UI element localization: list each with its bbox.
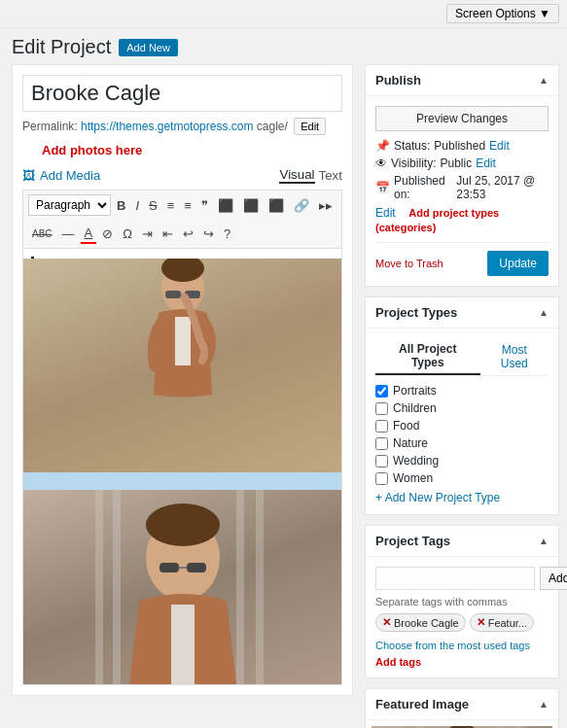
ol-button[interactable]: ≡ [180,196,195,215]
featured-chip-label: Featur... [488,617,527,629]
visibility-edit-link[interactable]: Edit [476,156,496,170]
svg-rect-8 [187,563,206,572]
tag-chip-featured: ✕ Featur... [470,613,534,632]
tab-all-project-types[interactable]: All Project Types [375,338,480,375]
italic-button[interactable]: I [131,196,143,215]
view-tabs: Visual Text [279,167,342,184]
eye-icon: 👁 [375,156,387,170]
portraits-label: Portraits [393,384,437,398]
women-label: Women [393,471,433,485]
add-new-project-type-link[interactable]: + Add New Project Type [375,491,549,504]
add-photos-annotation: Add photos here [42,143,142,157]
featured-chip-remove-icon[interactable]: ✕ [477,616,485,629]
wedding-label: Wedding [393,454,439,468]
update-button[interactable]: Update [487,251,549,276]
checkbox-children: Children [375,401,549,415]
strikethrough-button[interactable]: S [145,196,161,215]
more-button[interactable]: ▸▸ [315,196,337,215]
screen-options-bar: Screen Options ▼ [0,0,567,28]
published-label: Published on: [394,174,452,201]
paragraph-select[interactable]: Paragraph [28,194,111,216]
ul-button[interactable]: ≡ [163,196,179,215]
tab-most-used[interactable]: Most Used [480,338,549,375]
svg-rect-14 [236,490,244,684]
editor-toolbar-row1: Paragraph B I S ≡ ≡ ❞ ⬛ ⬛ ⬛ 🔗 ▸▸ [22,190,342,220]
add-media-label: Add Media [40,168,100,183]
permalink-row: Permalink: https://themes.getmotopress.c… [22,118,342,135]
tab-text[interactable]: Text [319,167,342,184]
project-types-list: Portraits Children Food Nature [375,384,549,485]
project-types-body: All Project Types Most Used Portraits Ch… [366,329,558,514]
help-button[interactable]: ? [220,225,234,243]
project-types-toggle-icon: ▲ [539,307,549,318]
project-tags-body: Add Separate tags with commas ✕ Brooke C… [366,557,558,677]
tag-input-row: Add [375,567,549,590]
strikethrough2-button[interactable]: ABC [28,226,56,241]
editor-area[interactable] [22,248,342,685]
align-left-button[interactable]: ⬛ [214,196,237,215]
tag-chips: ✕ Brooke Cagle ✕ Featur... [375,613,549,632]
permalink-url[interactable]: https://themes.getmotopress.com [81,120,253,133]
add-media-bar: 🖼 Add Media Visual Text [22,167,342,184]
text-color-button[interactable]: A [81,224,97,244]
post-title-box: Permalink: https://themes.getmotopress.c… [12,64,353,696]
featured-image-header[interactable]: Featured Image ▲ [366,689,558,720]
post-title-input[interactable] [22,75,342,112]
brooke-chip-label: Brooke Cagle [394,617,459,629]
date-row: 📅 Published on: Jul 25, 2017 @ 23:53 [375,174,549,201]
nature-checkbox[interactable] [375,437,388,450]
publish-title: Publish [375,73,421,87]
brooke-chip-remove-icon[interactable]: ✕ [382,616,391,629]
screen-options-button[interactable]: Screen Options ▼ [446,4,559,23]
nature-label: Nature [393,436,428,450]
visibility-label: Visibility: [391,156,436,170]
publish-body: Preview Changes 📌 Status: Published Edit… [366,96,558,286]
bold-button[interactable]: B [113,196,129,215]
date-edit-link[interactable]: Edit [375,206,396,220]
svg-rect-13 [113,490,121,684]
tag-input[interactable] [375,567,535,590]
add-new-button[interactable]: Add New [119,39,178,56]
food-checkbox[interactable] [375,420,388,433]
status-label: Status: [394,139,430,153]
undo-button[interactable]: ↩ [179,225,197,243]
add-tag-button[interactable]: Add [540,567,567,590]
children-checkbox[interactable] [375,402,388,415]
specialchar-button[interactable]: Ω [119,225,136,243]
svg-rect-15 [256,490,264,684]
editor-image-1 [23,259,341,472]
preview-changes-button[interactable]: Preview Changes [375,106,549,131]
indent-button[interactable]: ⇥ [138,225,157,243]
outdent-button[interactable]: ⇤ [159,225,177,243]
project-types-header[interactable]: Project Types ▲ [366,297,558,329]
person-silhouette-2 [86,490,280,684]
visibility-row: 👁 Visibility: Public Edit [375,156,549,170]
add-media-button[interactable]: 🖼 Add Media [22,168,100,183]
link-button[interactable]: 🔗 [290,196,313,215]
publish-header[interactable]: Publish ▲ [366,65,558,96]
featured-image-body [366,720,558,728]
women-checkbox[interactable] [375,472,388,485]
checkbox-food: Food [375,419,549,433]
choose-tags-link[interactable]: Choose from the most used tags [375,640,530,651]
project-types-box: Project Types ▲ All Project Types Most U… [365,296,559,515]
clear-format-button[interactable]: ⊘ [98,225,117,243]
align-right-button[interactable]: ⬛ [265,196,288,215]
wedding-checkbox[interactable] [375,455,388,468]
permalink-edit-button[interactable]: Edit [294,118,326,135]
portraits-checkbox[interactable] [375,385,388,398]
hr-button[interactable]: — [58,225,79,243]
featured-image-toggle-icon: ▲ [539,699,549,710]
status-edit-link[interactable]: Edit [489,139,510,153]
tab-visual[interactable]: Visual [279,167,314,184]
project-tags-header[interactable]: Project Tags ▲ [366,526,558,557]
align-center-button[interactable]: ⬛ [239,196,263,215]
blockquote-button[interactable]: ❞ [197,196,212,215]
editor-toolbar-row2: ABC — A ⊘ Ω ⇥ ⇤ ↩ ↪ ? [22,220,342,248]
redo-button[interactable]: ↪ [199,225,218,243]
pin-icon: 📌 [375,139,390,153]
add-tags-annotation: Add tags [375,656,549,668]
checkbox-portraits: Portraits [375,384,549,398]
move-to-trash-link[interactable]: Move to Trash [375,258,443,269]
svg-rect-11 [171,605,195,684]
